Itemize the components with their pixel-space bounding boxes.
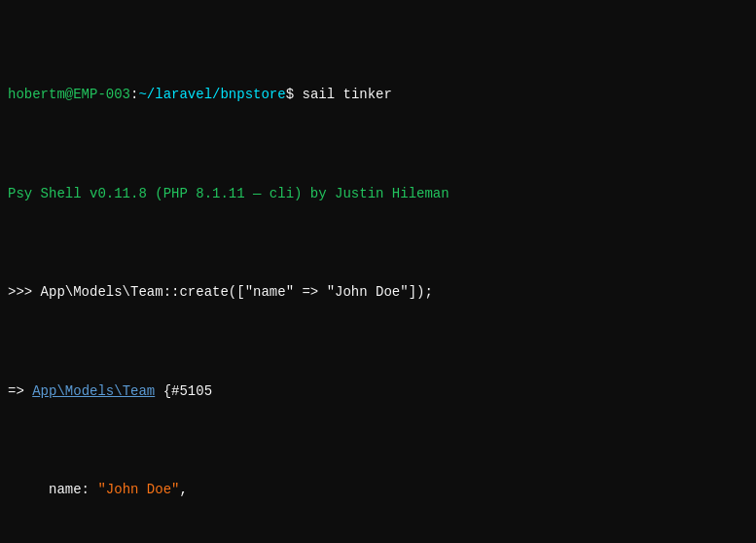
class-link: App\Models\Team <box>32 383 155 399</box>
input-command: App\Models\Team::create(["name" => "John… <box>41 284 433 300</box>
comma: , <box>179 482 187 497</box>
command: sail tinker <box>302 87 391 102</box>
terminal: hobertm@EMP-003:~/laravel/bnpstore$ sail… <box>8 6 748 537</box>
terminal-line: Psy Shell v0.11.8 (PHP 8.1.11 — cli) by … <box>8 184 748 203</box>
user-host: hobertm@EMP-003 <box>8 87 130 102</box>
object-id: {#5105 <box>155 383 212 399</box>
prompt-arrows: >>> <box>8 284 41 300</box>
string-value: "John Doe" <box>97 482 179 497</box>
psy-info: Psy Shell v0.11.8 (PHP 8.1.11 — cli) by … <box>8 186 450 201</box>
terminal-line: hobertm@EMP-003:~/laravel/bnpstore$ sail… <box>8 85 748 104</box>
output-text: name: <box>8 482 97 497</box>
terminal-line: name: "John Doe", <box>8 480 748 499</box>
path: ~/laravel/bnpstore <box>138 87 285 102</box>
terminal-line: => App\Models\Team {#5105 <box>8 381 748 401</box>
terminal-line: >>> App\Models\Team::create(["name" => "… <box>8 282 748 302</box>
dollar: $ <box>286 87 303 102</box>
arrow: => <box>8 383 32 399</box>
